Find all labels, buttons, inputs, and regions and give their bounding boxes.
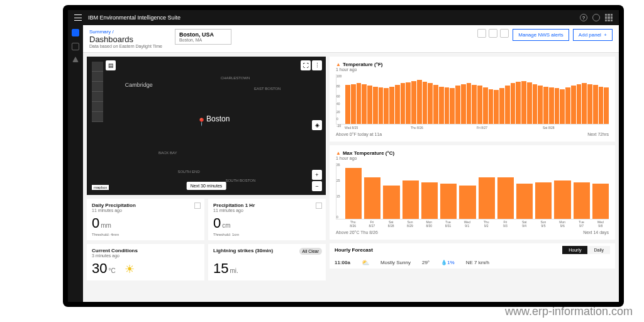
warning-icon: ▲ xyxy=(336,62,341,67)
manage-alerts-button[interactable]: Manage NWS alerts xyxy=(513,29,569,41)
map-tooltip: Next 30 minutes xyxy=(187,182,226,190)
calendar-icon[interactable] xyxy=(194,203,201,209)
rail-item-icon[interactable] xyxy=(72,43,79,50)
map-label-cambridge: Cambridge xyxy=(125,82,153,88)
location-city: Boston, USA xyxy=(179,31,227,38)
status-pill: All Clear xyxy=(299,248,322,255)
add-panel-button[interactable]: Add panel + xyxy=(573,29,613,41)
location-sub: Boston, MA xyxy=(179,38,227,42)
hourly-forecast-panel: Hourly Forecast HourlyDaily 11:00a ⛅ Mos… xyxy=(330,243,615,269)
settings-icon[interactable] xyxy=(489,29,497,38)
precip-icon: 💧1% xyxy=(441,260,455,265)
location-selector[interactable]: Boston, USA Boston, MA xyxy=(175,29,231,45)
map-attribution: mapbox xyxy=(92,185,109,190)
breadcrumb[interactable]: Summary / xyxy=(89,29,162,35)
hourly-daily-toggle[interactable]: HourlyDaily xyxy=(562,246,610,254)
kpi-current-conditions: Current Conditions 3 minutes ago 30°C☀ xyxy=(87,244,204,280)
map-compass-icon[interactable]: ◈ xyxy=(312,120,322,130)
map-expand-icon[interactable]: ⛶ xyxy=(301,60,311,70)
map-menu-icon[interactable]: ⋮ xyxy=(312,60,322,70)
watermark: www.erp-information.com xyxy=(505,305,633,318)
warning-icon: ▲ xyxy=(336,150,341,156)
menu-icon[interactable] xyxy=(74,14,82,21)
kpi-daily-precip: Daily Precipitation 11 minutes ago 0mm T… xyxy=(87,199,204,240)
rail-dashboard-icon[interactable] xyxy=(72,29,79,36)
map-layers-icon[interactable]: ▤ xyxy=(106,60,116,70)
user-icon[interactable] xyxy=(592,14,600,21)
page-header: Summary / Dashboards Data based on Easte… xyxy=(83,25,619,53)
sun-icon: ☀ xyxy=(125,262,135,276)
help-icon[interactable]: ? xyxy=(580,14,587,21)
map-zoom-in-icon[interactable]: + xyxy=(312,170,322,180)
kpi-precip-1hr: Precipitation 1 Hr 11 minutes ago 0cm Th… xyxy=(208,199,326,240)
map-label-boston: Boston xyxy=(206,114,230,123)
chart-temperature: ▲Temperature (°F) 1 hour ago 10080604020… xyxy=(330,57,615,142)
refresh-icon[interactable] xyxy=(477,29,486,38)
left-rail xyxy=(68,25,83,302)
rail-alert-icon[interactable] xyxy=(72,57,79,62)
info-icon[interactable] xyxy=(500,29,509,38)
apps-icon[interactable] xyxy=(605,14,613,21)
mostly-sunny-icon: ⛅ xyxy=(362,259,369,266)
map-panel[interactable]: ▤ ⛶ ⋮ ◈ + − 📍 Boston Cambridge CHARLESTO… xyxy=(87,57,326,195)
forecast-row: 11:00a ⛅ Mostly Sunny 29° 💧1% NE 7 km/h xyxy=(330,257,615,269)
kpi-lightning: All Clear Lightning strikes (30min) 15mi… xyxy=(208,244,326,280)
calendar-icon[interactable] xyxy=(316,203,322,209)
page-title: Dashboards xyxy=(89,35,162,44)
map-zoom-out-icon[interactable]: − xyxy=(312,181,322,191)
map-toolbar[interactable] xyxy=(92,62,103,122)
chart-max-temperature: ▲Max Temperature (°C) 1 hour ago 3525150… xyxy=(330,145,615,240)
top-bar: IBM Environmental Intelligence Suite ? xyxy=(68,10,619,25)
app-title: IBM Environmental Intelligence Suite xyxy=(88,14,180,21)
hourly-title: Hourly Forecast xyxy=(335,247,557,253)
page-subtitle: Data based on Eastern Daylight Time xyxy=(89,44,162,48)
map-pin-icon: 📍 xyxy=(197,118,206,126)
